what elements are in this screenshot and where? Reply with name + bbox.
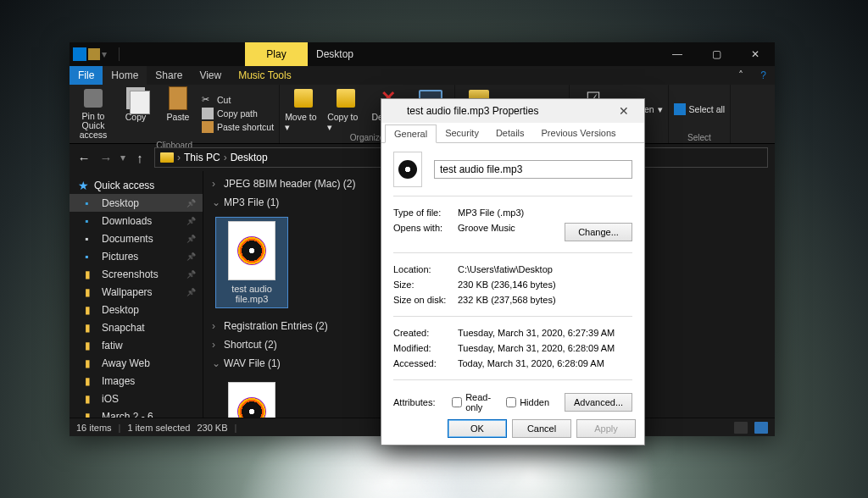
change-button[interactable]: Change... — [565, 223, 632, 241]
value-location: C:\Users\fatiw\Desktop — [458, 264, 632, 274]
folder-icon: ▪ — [85, 197, 97, 209]
titlebar: ▾ Play Desktop — ▢ ✕ — [70, 42, 775, 66]
view-details-icon[interactable] — [734, 422, 748, 434]
folder-icon: ▮ — [85, 322, 97, 334]
navigation-pane: ★ Quick access ▪Desktop▪Downloads▪Docume… — [70, 171, 203, 418]
dialog-close-button[interactable]: ✕ — [607, 104, 641, 118]
nav-history-button[interactable]: ▾ — [120, 152, 125, 163]
sidebar-item-march-2---6[interactable]: ▮March 2 - 6 — [70, 407, 203, 418]
sidebar-item-downloads[interactable]: ▪Downloads — [70, 212, 203, 230]
file-icon — [228, 382, 275, 418]
breadcrumb-desktop[interactable]: Desktop — [231, 152, 268, 163]
ribbon-collapse-icon[interactable]: ˄ — [730, 66, 752, 85]
nav-up-button[interactable]: ↑ — [132, 151, 147, 165]
chevron-down-icon: ⌄ — [212, 196, 220, 208]
label-created: Created: — [393, 328, 458, 338]
tab-view[interactable]: View — [191, 66, 230, 85]
value-modified: Tuesday, March 31, 2020, 6:28:09 AM — [458, 343, 632, 353]
copy-to-icon — [337, 89, 355, 108]
close-button[interactable]: ✕ — [736, 42, 775, 66]
status-item-count: 16 items — [76, 423, 112, 433]
value-size: 230 KB (236,146 bytes) — [458, 279, 632, 290]
copy-to-button[interactable]: Copy to ▾ — [327, 86, 364, 132]
readonly-checkbox[interactable]: Read-only — [452, 392, 491, 412]
sidebar-item-snapchat[interactable]: ▮Snapchat — [70, 318, 203, 336]
help-icon[interactable]: ? — [752, 66, 775, 85]
tab-general[interactable]: General — [385, 125, 437, 143]
sidebar-quick-access[interactable]: ★ Quick access — [70, 176, 203, 194]
cancel-button[interactable]: Cancel — [512, 419, 571, 438]
sidebar-item-documents[interactable]: ▪Documents — [70, 230, 203, 247]
folder-icon: ▮ — [85, 304, 97, 316]
tab-share[interactable]: Share — [147, 66, 191, 85]
folder-icon: ▮ — [85, 375, 97, 387]
tab-file[interactable]: File — [70, 66, 103, 85]
window-title: Desktop — [316, 42, 353, 66]
minimize-button[interactable]: — — [658, 42, 697, 66]
value-created: Tuesday, March 31, 2020, 6:27:39 AM — [458, 328, 632, 338]
sidebar-item-desktop[interactable]: ▪Desktop — [70, 194, 203, 212]
breadcrumb-this-pc[interactable]: This PC — [184, 152, 220, 163]
chevron-right-icon: › — [212, 178, 220, 190]
chevron-down-icon: ⌄ — [212, 357, 220, 369]
copy-path-button[interactable]: Copy path — [202, 108, 274, 119]
tab-home[interactable]: Home — [103, 66, 147, 85]
sidebar-item-images[interactable]: ▮Images — [70, 372, 203, 390]
paste-shortcut-icon — [202, 121, 214, 133]
dialog-titlebar: test audio file.mp3 Properties ✕ — [381, 99, 644, 123]
paste-shortcut-button[interactable]: Paste shortcut — [202, 121, 274, 133]
contextual-tab-play[interactable]: Play — [245, 42, 308, 66]
tab-details[interactable]: Details — [487, 125, 533, 142]
apply-button[interactable]: Apply — [576, 419, 636, 438]
tab-music-tools[interactable]: Music Tools — [230, 66, 299, 85]
folder-icon: ▮ — [85, 268, 97, 280]
sidebar-item-fatiw[interactable]: ▮fatiw — [70, 336, 203, 354]
cut-button[interactable]: ✂Cut — [202, 94, 274, 106]
file-item[interactable] — [215, 378, 288, 418]
sidebar-item-away-web[interactable]: ▮Away Web — [70, 354, 203, 372]
select-all-button[interactable]: Select all — [674, 103, 726, 115]
nav-forward-button[interactable]: → — [98, 151, 114, 165]
value-accessed: Today, March 31, 2020, 6:28:09 AM — [458, 358, 632, 368]
copy-path-icon — [202, 108, 214, 119]
file-icon — [393, 152, 422, 187]
ok-button[interactable]: OK — [448, 419, 507, 438]
copy-button[interactable]: Copy — [117, 86, 154, 140]
sidebar-item-desktop[interactable]: ▮Desktop — [70, 301, 203, 318]
folder-icon: ▪ — [85, 233, 97, 245]
nav-back-button[interactable]: ← — [76, 151, 92, 165]
label-type: Type of file: — [393, 208, 458, 218]
pin-to-quick-access-button[interactable]: Pin to Quick access — [75, 86, 112, 140]
chevron-right-icon: › — [212, 320, 220, 332]
file-icon — [228, 221, 275, 280]
hidden-checkbox[interactable]: Hidden — [506, 397, 549, 407]
star-icon: ★ — [78, 179, 89, 192]
folder-icon: ▮ — [85, 357, 97, 369]
ribbon-tabs: File Home Share View Music Tools ˄ ? — [70, 66, 775, 85]
tab-previous-versions[interactable]: Previous Versions — [533, 125, 625, 142]
sidebar-item-wallpapers[interactable]: ▮Wallpapers — [70, 283, 203, 301]
filename-input[interactable] — [434, 160, 632, 179]
sidebar-item-pictures[interactable]: ▪Pictures — [70, 247, 203, 265]
chevron-right-icon: › — [212, 339, 220, 351]
label-attributes: Attributes: — [393, 397, 437, 407]
folder-icon: ▮ — [85, 411, 97, 418]
advanced-button[interactable]: Advanced... — [565, 393, 632, 412]
tab-security[interactable]: Security — [437, 125, 487, 142]
label-location: Location: — [393, 264, 458, 274]
properties-dialog: test audio file.mp3 Properties ✕ General… — [381, 98, 645, 445]
sidebar-item-ios[interactable]: ▮iOS — [70, 390, 203, 407]
view-tiles-icon[interactable] — [754, 422, 768, 434]
move-to-button[interactable]: Move to ▾ — [285, 86, 322, 132]
file-item[interactable]: test audio file.mp3 — [215, 217, 288, 308]
paste-button[interactable]: Paste — [159, 86, 197, 140]
qat-caret-icon[interactable]: ▾ — [102, 48, 114, 60]
folder-icon: ▪ — [85, 215, 97, 227]
folder-icon — [160, 152, 174, 163]
sidebar-item-screenshots[interactable]: ▮Screenshots — [70, 265, 203, 283]
label-size: Size: — [393, 279, 458, 290]
value-opens-with: Groove Music — [458, 223, 565, 241]
label-size-on-disk: Size on disk: — [393, 295, 458, 305]
maximize-button[interactable]: ▢ — [697, 42, 736, 66]
qat-folder-icon[interactable] — [88, 48, 100, 60]
